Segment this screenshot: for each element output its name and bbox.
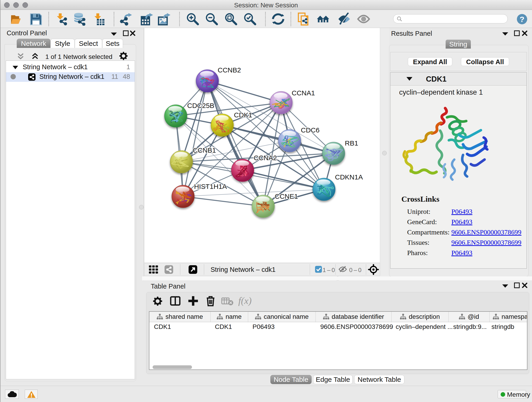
- svg-text:HIST1H1A: HIST1H1A: [194, 183, 227, 190]
- svg-text:CDC25B: CDC25B: [187, 102, 214, 109]
- svg-text:CDC6: CDC6: [301, 126, 320, 134]
- svg-text:CCNB1: CCNB1: [193, 147, 216, 154]
- svg-text:CCNA2: CCNA2: [254, 154, 277, 162]
- svg-text:CCNA1: CCNA1: [292, 89, 315, 97]
- svg-text:CCNB2: CCNB2: [218, 66, 241, 74]
- svg-text:CCNE1: CCNE1: [275, 192, 298, 200]
- svg-text:RB1: RB1: [345, 139, 358, 147]
- svg-text:CDKN1A: CDKN1A: [335, 173, 363, 181]
- svg-text:CDK1: CDK1: [234, 111, 252, 119]
